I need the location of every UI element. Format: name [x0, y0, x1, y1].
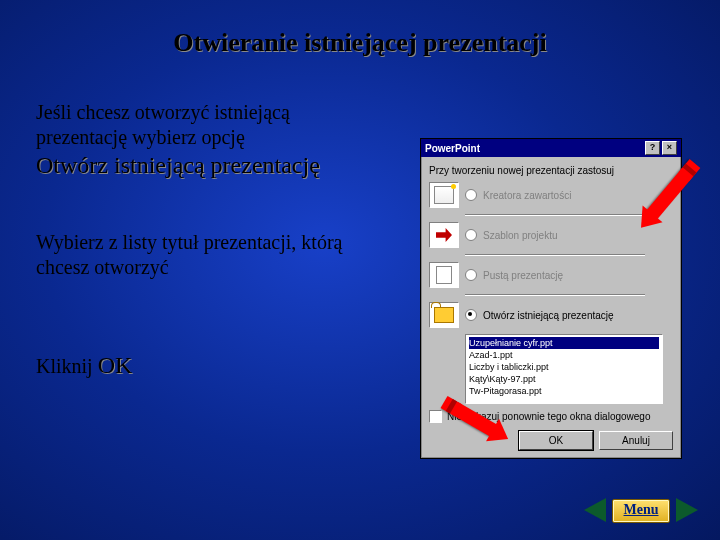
- cancel-button[interactable]: Anuluj: [599, 431, 673, 450]
- file-listbox[interactable]: Uzupełnianie cyfr.ppt Azad-1.ppt Liczby …: [465, 334, 663, 404]
- body-text: Jeśli chcesz otworzyć istniejącą prezent…: [36, 100, 376, 380]
- template-icon: [436, 228, 452, 242]
- list-item[interactable]: Tw-Pitagorasa.ppt: [469, 385, 659, 397]
- wizard-icon: [434, 186, 454, 204]
- menu-button[interactable]: Menu: [612, 499, 670, 523]
- radio-icon: [465, 309, 477, 321]
- blank-icon: [436, 266, 452, 284]
- dialog-title: PowerPoint: [425, 143, 480, 154]
- radio-icon: [465, 229, 477, 241]
- checkbox-icon: [429, 410, 442, 423]
- radio-icon: [465, 269, 477, 281]
- dialog-titlebar: PowerPoint ? ×: [421, 139, 681, 157]
- ok-button[interactable]: OK: [519, 431, 593, 450]
- list-item[interactable]: Azad-1.ppt: [469, 349, 659, 361]
- option-blank[interactable]: Pustą prezentację: [429, 262, 673, 288]
- next-slide-button[interactable]: [676, 498, 698, 522]
- prev-slide-button[interactable]: [584, 498, 606, 522]
- close-button[interactable]: ×: [662, 141, 677, 155]
- folder-open-icon: [434, 307, 454, 323]
- emphasis-open-existing: Otwórz istniejącą prezentację: [36, 152, 320, 178]
- ok-emphasis: OK: [98, 352, 133, 378]
- paragraph-3: Kliknij OK: [36, 350, 376, 380]
- slide-title: Otwieranie istniejącej prezentacji: [0, 0, 720, 66]
- dialog-caption: Przy tworzeniu nowej prezentacji zastosu…: [429, 165, 673, 176]
- paragraph-1: Jeśli chcesz otworzyć istniejącą prezent…: [36, 100, 376, 180]
- list-item[interactable]: Kąty\Kąty-97.ppt: [469, 373, 659, 385]
- list-item[interactable]: Liczby i tabliczki.ppt: [469, 361, 659, 373]
- radio-icon: [465, 189, 477, 201]
- option-template[interactable]: Szablon projektu: [429, 222, 673, 248]
- list-item[interactable]: Uzupełnianie cyfr.ppt: [469, 337, 659, 349]
- paragraph-2: Wybierz z listy tytuł prezentacji, którą…: [36, 230, 376, 280]
- option-open-existing[interactable]: Otwórz istniejącą prezentację: [429, 302, 673, 328]
- help-button[interactable]: ?: [645, 141, 660, 155]
- option-wizard[interactable]: Kreatora zawartości: [429, 182, 673, 208]
